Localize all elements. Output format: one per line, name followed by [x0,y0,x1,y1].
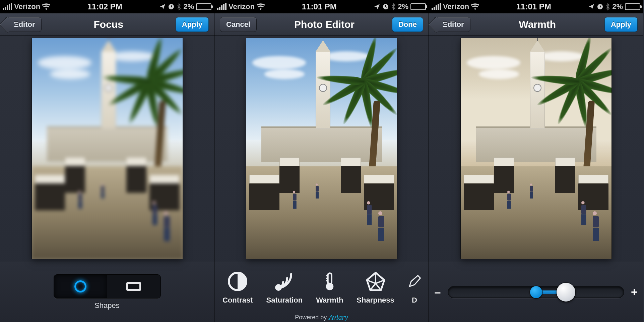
alarm-icon [382,3,389,10]
tool-label: Warmth [316,296,343,305]
tool-scroller[interactable]: Contrast Saturation Warmth Sharpness [214,262,429,312]
signal-bars-icon [432,3,441,10]
contrast-icon [226,270,249,293]
photo-preview [461,38,611,259]
tool-label: Saturation [266,296,303,305]
wifi-icon [471,3,479,10]
alarm-icon [597,3,603,10]
nav-bar: Editor Warmth Apply [429,13,643,36]
page-title: Warmth [519,19,556,30]
svg-point-5 [326,283,334,290]
battery-icon [625,3,640,10]
done-button[interactable]: Done [392,17,423,32]
svg-point-3 [275,284,282,291]
sharpness-icon [364,270,387,293]
status-bar: Verizon 11:02 PM 2% [0,0,214,13]
editor-back-button[interactable]: Editor [434,17,470,32]
footer-brand: Aviary [329,313,348,322]
battery-pct-label: 2% [183,2,194,11]
shape-rectangle-option[interactable] [107,275,160,298]
screen-focus: Verizon 11:02 PM 2% Editor Focus Apply [0,0,214,322]
wifi-icon [42,3,50,10]
shape-segmented-control [54,274,161,299]
tool-label: D [412,296,417,305]
shape-circle-option[interactable] [54,275,107,298]
slider-minus-label: – [434,285,442,299]
bluetooth-icon [177,3,181,10]
clock-label: 11:01 PM [265,2,374,11]
battery-icon [410,3,426,10]
signal-bars-icon [3,3,12,10]
apply-button[interactable]: Apply [176,17,209,32]
clock-label: 11:02 PM [50,2,159,11]
screen-warmth: Verizon 11:01 PM 2% Editor Warmth Apply [429,0,643,322]
circle-icon [74,280,86,292]
editor-toolbar: Contrast Saturation Warmth Sharpness [214,262,429,322]
pencil-icon [403,270,426,293]
svg-rect-4 [328,273,331,284]
alarm-icon [168,3,175,10]
slider-thumb[interactable] [557,283,575,302]
warmth-toolbar: – + [429,262,643,322]
carrier-label: Verizon [443,2,469,11]
footer-prefix: Powered by [295,314,327,321]
tool-label: Contrast [222,296,253,305]
slider-plus-label: + [630,285,638,299]
saturation-icon [273,270,296,293]
tool-contrast[interactable]: Contrast [222,270,253,305]
battery-pct-label: 2% [612,2,623,11]
editor-back-button[interactable]: Editor [5,17,42,32]
page-title: Focus [94,19,123,30]
signal-bars-icon [217,3,227,10]
status-bar: Verizon 11:01 PM 2% [429,0,643,13]
bluetooth-icon [605,3,610,10]
nav-bar: Cancel Photo Editor Done [214,13,429,36]
tool-draw-partial[interactable]: D [408,270,421,305]
warmth-slider[interactable] [448,284,624,301]
slider-center-anchor [530,286,542,298]
tool-warmth[interactable]: Warmth [316,270,343,305]
cancel-button[interactable]: Cancel [220,17,257,32]
photo-preview [32,38,183,259]
rectangle-icon [126,282,141,291]
battery-pct-label: 2% [398,2,408,11]
status-bar: Verizon 11:01 PM 2% [214,0,429,13]
clock-label: 11:01 PM [479,2,588,11]
carrier-label: Verizon [229,2,255,11]
wifi-icon [257,3,265,10]
location-icon [588,3,595,10]
photo-canvas[interactable] [214,36,429,262]
warmth-icon [318,270,341,293]
apply-button[interactable]: Apply [604,17,638,32]
photo-canvas[interactable] [429,36,643,262]
photo-canvas[interactable] [0,36,214,262]
location-icon [159,3,166,10]
powered-by-footer: Powered by Aviary [214,312,429,322]
page-title: Photo Editor [294,19,355,30]
focus-toolbar: Shapes [0,262,214,322]
tool-sharpness[interactable]: Sharpness [357,270,394,305]
nav-bar: Editor Focus Apply [0,13,214,36]
screen-photo-editor: Verizon 11:01 PM 2% Cancel Photo Editor … [214,0,429,322]
bluetooth-icon [391,3,396,10]
location-icon [374,3,380,10]
tool-label: Sharpness [357,296,394,305]
carrier-label: Verizon [14,2,40,11]
tool-saturation[interactable]: Saturation [266,270,303,305]
battery-icon [196,3,211,10]
shapes-label: Shapes [94,301,120,310]
photo-preview [246,38,397,259]
